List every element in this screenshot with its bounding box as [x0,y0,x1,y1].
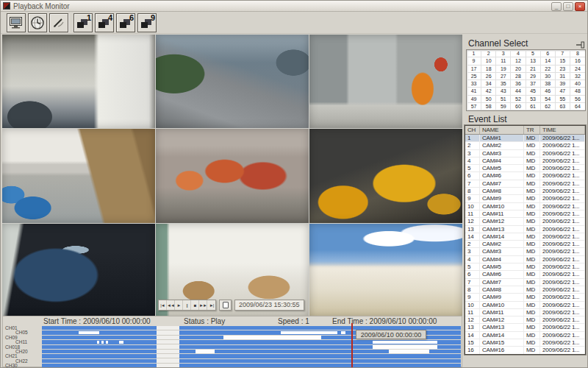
event-col-name[interactable]: NAME [480,126,524,134]
rewind-button[interactable]: ◄◄ [167,300,175,310]
event-row[interactable]: 15CAM#15MD2009/06/22 1... [465,339,585,347]
event-row[interactable]: 11CAM#11MD2009/06/22 1... [465,210,585,218]
event-row[interactable]: 12CAM#12MD2009/06/22 1... [465,316,585,324]
channel-12[interactable]: 12 [511,57,526,65]
snapshot-button[interactable] [219,300,232,311]
channel-2[interactable]: 2 [481,50,496,57]
channel-13[interactable]: 13 [526,57,541,65]
minimize-button[interactable]: _ [551,2,562,11]
channel-11[interactable]: 11 [496,57,511,65]
event-row[interactable]: 14CAM#14MD2009/06/22 1... [465,332,585,339]
event-row[interactable]: 8CAM#8MD2009/06/22 1... [465,188,585,195]
channel-56[interactable]: 56 [570,96,585,103]
event-col-time[interactable]: TIME [540,126,585,134]
channel-1[interactable]: 1 [467,50,481,57]
camera-view-7[interactable] [2,224,155,317]
channel-33[interactable]: 33 [467,80,481,88]
maximize-button[interactable]: □ [563,2,573,11]
channel-35[interactable]: 35 [496,80,511,88]
channel-58[interactable]: 58 [481,103,496,110]
channel-7[interactable]: 7 [556,50,570,57]
channel-15[interactable]: 15 [556,57,570,65]
channel-59[interactable]: 59 [496,103,511,110]
timeline-playhead[interactable] [351,323,353,368]
camera-view-6[interactable] [309,129,462,222]
channel-38[interactable]: 38 [541,80,556,88]
event-row[interactable]: 2CAM#2MD2009/06/22 1... [465,142,585,149]
channel-5[interactable]: 5 [526,50,541,57]
channel-30[interactable]: 30 [541,73,556,80]
channel-52[interactable]: 52 [511,96,526,103]
channel-41[interactable]: 41 [467,88,481,95]
channel-62[interactable]: 62 [541,103,556,110]
event-row[interactable]: 6CAM#6MD2009/06/22 1... [465,172,585,180]
event-row[interactable]: 2CAM#2MD2009/06/22 1... [465,241,585,248]
channel-23[interactable]: 23 [556,66,570,73]
manual-sign-button[interactable] [49,13,68,32]
close-button[interactable]: × [575,2,585,11]
channel-17[interactable]: 17 [467,66,481,73]
channel-42[interactable]: 42 [481,88,496,95]
channel-60[interactable]: 60 [511,103,526,110]
channel-48[interactable]: 48 [570,88,585,95]
timeline-row-CH21[interactable] [42,354,461,358]
event-row[interactable]: 7CAM#7MD2009/06/22 1... [465,279,585,286]
event-row[interactable]: 13CAM#13MD2009/06/22 1... [465,226,585,233]
timeline-row-CH22[interactable] [42,359,461,363]
camera-view-4[interactable] [2,129,155,222]
channel-55[interactable]: 55 [556,96,570,103]
channel-3[interactable]: 3 [496,50,511,57]
channel-22[interactable]: 22 [541,66,556,73]
channel-34[interactable]: 34 [481,80,496,88]
channel-25[interactable]: 25 [467,73,481,80]
channel-63[interactable]: 63 [556,103,570,110]
channel-36[interactable]: 36 [511,80,526,88]
event-row[interactable]: 4CAM#4MD2009/06/22 1... [465,158,585,165]
event-row[interactable]: 7CAM#7MD2009/06/22 1... [465,180,585,188]
event-row[interactable]: 12CAM#12MD2009/06/22 1... [465,218,585,225]
channel-49[interactable]: 49 [467,96,481,103]
event-row[interactable]: 6CAM#6MD2009/06/22 1... [465,271,585,278]
event-row[interactable]: 16CAM#16MD2009/06/22 1... [465,347,585,354]
layout-6-button[interactable]: 6 [116,13,135,32]
layout-9-button[interactable]: 9 [137,13,157,32]
channel-10[interactable]: 10 [481,57,496,65]
event-row[interactable]: 5CAM#5MD2009/06/22 1... [465,165,585,172]
channel-53[interactable]: 53 [526,96,541,103]
event-row[interactable]: 11CAM#11MD2009/06/22 1... [465,309,585,316]
fast-forward-button[interactable]: ►► [199,300,207,310]
channel-37[interactable]: 37 [526,80,541,88]
channel-14[interactable]: 14 [541,57,556,65]
channel-4[interactable]: 4 [511,50,526,57]
event-row[interactable]: 1CAM#1MD2009/06/22 1... [465,135,585,142]
layout-4-button[interactable]: 4 [95,13,114,32]
event-row[interactable]: 10CAM#10MD2009/06/22 1... [465,302,585,309]
channel-54[interactable]: 54 [541,96,556,103]
channel-39[interactable]: 39 [556,80,570,88]
layout-1-button[interactable]: 1 [74,13,93,32]
channel-9[interactable]: 9 [467,57,481,65]
camera-view-9[interactable] [309,224,462,317]
channel-26[interactable]: 26 [481,73,496,80]
channel-32[interactable]: 32 [570,73,585,80]
event-row[interactable]: 9CAM#9MD2009/06/22 1... [465,294,585,301]
event-row[interactable]: 13CAM#13MD2009/06/22 1... [465,324,585,331]
event-row[interactable]: 5CAM#5MD2009/06/22 1... [465,263,585,271]
event-row[interactable]: 3CAM#3MD2009/06/22 1... [465,248,585,255]
camera-view-5[interactable] [156,129,309,222]
time-search-button[interactable] [28,13,47,32]
channel-45[interactable]: 45 [526,88,541,95]
channel-43[interactable]: 43 [496,88,511,95]
channel-20[interactable]: 20 [511,66,526,73]
pause-button[interactable]: || [183,300,191,310]
event-row[interactable]: 8CAM#8MD2009/06/22 1... [465,286,585,294]
channel-57[interactable]: 57 [467,103,481,110]
step-back-button[interactable]: |◄ [159,300,167,310]
camera-view-2[interactable] [156,35,309,128]
play-button[interactable]: ► [175,300,183,310]
channel-21[interactable]: 21 [526,66,541,73]
channel-51[interactable]: 51 [496,96,511,103]
channel-61[interactable]: 61 [526,103,541,110]
display-mode-button[interactable] [7,13,26,32]
channel-6[interactable]: 6 [541,50,556,57]
